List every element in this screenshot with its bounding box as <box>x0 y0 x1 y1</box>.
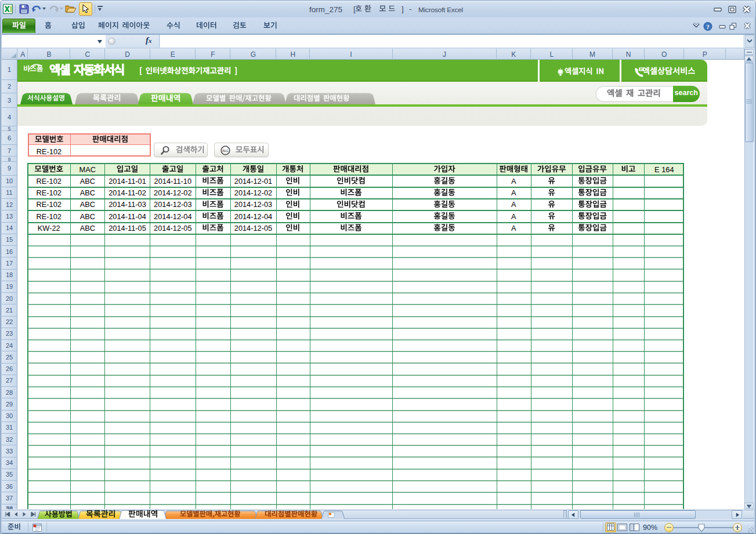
svg-text:2014-12-01: 2014-12-01 <box>234 177 272 186</box>
svg-text:E 164: E 164 <box>654 165 674 174</box>
svg-text:2014-11-01: 2014-11-01 <box>108 177 146 186</box>
svg-text:A: A <box>511 212 516 221</box>
svg-text:ALL: ALL <box>222 149 229 152</box>
svg-text:RE-102: RE-102 <box>37 177 62 186</box>
svg-text:RE-102: RE-102 <box>37 188 62 197</box>
svg-text:2014-12-02: 2014-12-02 <box>154 188 191 197</box>
svg-text:2014-12-02: 2014-12-02 <box>234 188 272 197</box>
svg-text:ABC: ABC <box>80 200 95 209</box>
svg-text:2014-12-04: 2014-12-04 <box>154 212 191 221</box>
svg-text:2014-12-04: 2014-12-04 <box>234 212 272 221</box>
svg-text:2014-12-03: 2014-12-03 <box>234 200 272 209</box>
svg-text:2014-11-10: 2014-11-10 <box>154 177 192 186</box>
svg-text:A: A <box>511 224 516 233</box>
svg-text:2014-11-03: 2014-11-03 <box>108 200 146 209</box>
svg-text:KW-22: KW-22 <box>38 224 60 233</box>
svg-text:ABC: ABC <box>80 212 95 221</box>
svg-text:2014-12-05: 2014-12-05 <box>154 224 191 233</box>
svg-text:2014-12-05: 2014-12-05 <box>234 224 272 233</box>
svg-text:RE-102: RE-102 <box>37 212 62 221</box>
svg-text:A: A <box>511 200 516 209</box>
svg-text:2014-11-04: 2014-11-04 <box>108 212 146 221</box>
svg-text:ABC: ABC <box>80 177 95 186</box>
svg-text:MAC: MAC <box>79 165 96 174</box>
svg-text:?: ? <box>706 23 710 30</box>
svg-text:A: A <box>511 188 516 197</box>
svg-text:RE-102: RE-102 <box>37 200 62 209</box>
svg-text:ABC: ABC <box>80 188 95 197</box>
svg-text:2014-11-02: 2014-11-02 <box>108 188 146 197</box>
svg-text:2014-11-05: 2014-11-05 <box>108 224 146 233</box>
svg-text:A: A <box>511 177 516 186</box>
svg-text:2014-12-03: 2014-12-03 <box>154 200 191 209</box>
svg-text:ABC: ABC <box>80 224 95 233</box>
